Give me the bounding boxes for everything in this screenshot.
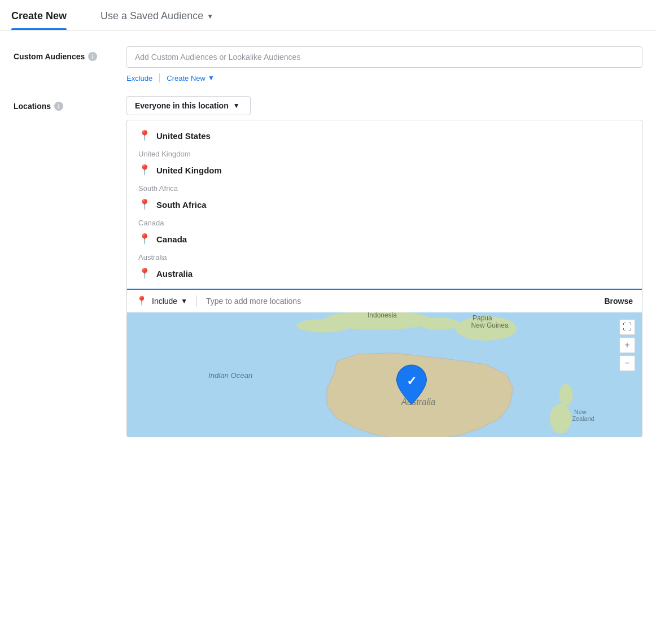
pin-icon-sa: 📍 — [138, 199, 151, 210]
zoom-out-icon: − — [624, 358, 629, 368]
svg-text:Indonesia: Indonesia — [368, 312, 397, 319]
tab-use-saved[interactable]: Use a Saved Audience ▼ — [89, 0, 213, 30]
map-svg: Australia Indian Ocean Indonesia Papua N… — [127, 312, 642, 437]
location-item-australia[interactable]: 📍 Australia — [127, 264, 642, 283]
location-name-uk: United Kingdom — [156, 166, 222, 175]
map-zoom-out-button[interactable]: − — [619, 355, 635, 371]
svg-text:✓: ✓ — [406, 374, 417, 388]
action-divider — [159, 73, 160, 82]
create-new-chevron-icon: ▼ — [208, 74, 215, 82]
main-content: Custom Audiences i Exclude Create New ▼ … — [0, 31, 656, 467]
exclude-link[interactable]: Exclude — [126, 74, 152, 82]
svg-text:New Guinea: New Guinea — [471, 321, 509, 329]
locations-label: Locations i — [14, 96, 126, 111]
locations-control: Everyone in this location ▼ 📍 United Sta… — [126, 96, 642, 437]
locations-row: Locations i Everyone in this location ▼ … — [14, 96, 642, 437]
location-type-input[interactable] — [206, 297, 600, 306]
svg-text:Australia: Australia — [401, 397, 436, 407]
location-group-uk: United Kingdom — [127, 145, 642, 160]
locations-info-icon[interactable]: i — [54, 102, 63, 111]
custom-audiences-control: Exclude Create New ▼ — [126, 46, 642, 82]
locations-box: 📍 United States United Kingdom 📍 United … — [126, 120, 642, 437]
expand-icon: ⛶ — [623, 322, 632, 332]
location-group-australia: Australia — [127, 249, 642, 264]
pin-icon-canada: 📍 — [138, 234, 151, 244]
location-name-australia: Australia — [156, 269, 193, 279]
location-item-us[interactable]: 📍 United States — [127, 126, 642, 145]
tab-create-new-label: Create New — [11, 10, 67, 21]
tab-create-new[interactable]: Create New — [11, 0, 78, 30]
tab-use-saved-label: Use a Saved Audience — [100, 10, 203, 22]
include-button[interactable]: Include ▼ — [152, 297, 187, 306]
location-type-label: Everyone in this location — [135, 101, 229, 110]
location-item-sa[interactable]: 📍 South Africa — [127, 195, 642, 214]
pin-icon-uk: 📍 — [138, 165, 151, 175]
location-item-canada[interactable]: 📍 Canada — [127, 229, 642, 249]
location-group-canada: Canada — [127, 214, 642, 229]
include-divider — [196, 295, 197, 307]
location-search-bar: 📍 Include ▼ Browse — [127, 289, 642, 312]
browse-button[interactable]: Browse — [604, 297, 633, 306]
location-item-uk[interactable]: 📍 United Kingdom — [127, 160, 642, 180]
location-name-us: United States — [156, 131, 211, 141]
create-new-link[interactable]: Create New ▼ — [167, 74, 215, 82]
location-name-sa: South Africa — [156, 200, 207, 210]
svg-text:Zealand: Zealand — [572, 415, 594, 422]
map-controls: ⛶ + − — [619, 319, 635, 371]
location-type-dropdown[interactable]: Everyone in this location ▼ — [126, 96, 251, 115]
location-name-canada: Canada — [156, 234, 187, 244]
svg-text:New: New — [574, 408, 587, 415]
custom-audiences-input[interactable] — [126, 46, 642, 68]
location-group-sa: South Africa — [127, 180, 642, 195]
svg-text:Indian Ocean: Indian Ocean — [208, 371, 252, 380]
search-bar-pin-icon: 📍 — [136, 297, 147, 306]
location-dropdown-chevron-icon: ▼ — [233, 102, 240, 110]
svg-point-3 — [418, 317, 459, 330]
audience-actions: Exclude Create New ▼ — [126, 73, 642, 82]
include-chevron-icon: ▼ — [181, 297, 187, 305]
svg-point-2 — [296, 319, 351, 333]
map-expand-button[interactable]: ⛶ — [619, 319, 635, 335]
tab-bar: Create New Use a Saved Audience ▼ — [0, 0, 656, 31]
include-label: Include — [152, 297, 177, 306]
chevron-down-icon: ▼ — [207, 12, 213, 20]
map-zoom-in-button[interactable]: + — [619, 337, 635, 353]
svg-point-10 — [550, 404, 571, 434]
zoom-in-icon: + — [624, 340, 629, 350]
locations-list: 📍 United States United Kingdom 📍 United … — [127, 120, 642, 289]
custom-audiences-row: Custom Audiences i Exclude Create New ▼ — [14, 46, 642, 82]
custom-audiences-info-icon[interactable]: i — [88, 52, 97, 61]
pin-icon-us: 📍 — [138, 130, 151, 141]
svg-point-11 — [559, 384, 573, 406]
svg-text:Papua: Papua — [473, 314, 492, 322]
pin-icon-australia: 📍 — [138, 268, 151, 279]
map-container: Australia Indian Ocean Indonesia Papua N… — [127, 312, 642, 437]
custom-audiences-label: Custom Audiences i — [14, 46, 126, 61]
